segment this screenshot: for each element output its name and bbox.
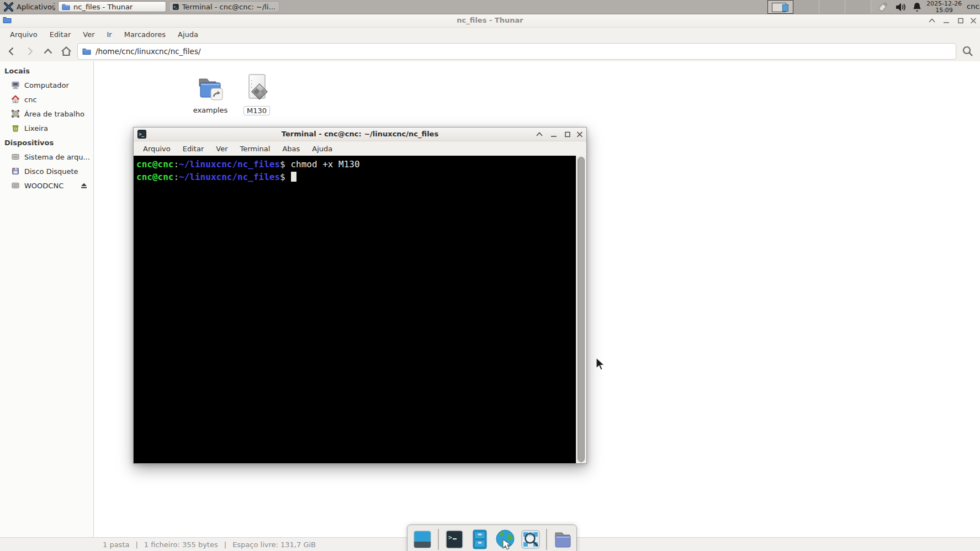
dock: > [407,524,577,551]
menu-abas[interactable]: Abas [276,143,306,155]
menu-ir[interactable]: Ir [101,29,118,40]
thunar-sidebar: Locais Computador [0,61,94,538]
menu-ajuda[interactable]: Ajuda [172,29,204,40]
folder-shortcut-icon [195,72,226,103]
browser-icon[interactable] [494,528,516,550]
sidebar-label: Área de trabalho [24,110,84,118]
thunar-window-title: nc_files - Thunar [0,16,980,24]
prompt-path: ~/linuxcnc/nc_files [179,172,280,182]
file-examples[interactable]: examples [190,72,231,114]
menu-editar[interactable]: Editar [177,143,210,155]
prompt-user: cnc@cnc [136,159,173,169]
sidebar-item-cnc-home[interactable]: cnc [0,92,93,107]
terminal-icon[interactable]: > [443,528,465,550]
home-button[interactable] [59,44,73,59]
desktop-screen: Aplicativos nc_files - Thunar >_ Termina… [0,0,980,551]
status-free-space: Espaço livre: 131,7 GiB [232,541,316,549]
panel-grip-handle[interactable] [53,3,55,11]
search-icon [961,45,974,58]
sidebar-item-disco-disquete[interactable]: Disco Disquete [0,164,93,178]
sidebar-label: Computador [24,81,69,89]
maximize-button[interactable] [957,17,965,24]
terminal-titlebar[interactable]: >_ Terminal - cnc@cnc: ~/linuxcnc/nc_fil… [134,128,586,141]
taskbar-button-thunar[interactable]: nc_files - Thunar [58,1,166,12]
volume-icon[interactable] [894,1,907,13]
workspace-1[interactable] [767,0,793,14]
forward-icon [24,46,35,57]
harddrive-icon [11,152,20,161]
taskbar-label: nc_files - Thunar [73,3,133,11]
back-icon [6,46,17,57]
workspace-4[interactable] [845,0,871,14]
workspace-3[interactable] [819,0,845,14]
trash-icon [11,124,20,133]
terminal-scrollbar[interactable] [576,156,586,463]
menu-ver[interactable]: Ver [210,143,234,155]
menu-arquivo[interactable]: Arquivo [4,29,44,40]
workspace-pager [767,0,871,14]
menu-editar[interactable]: Editar [44,29,77,40]
sidebar-label: Sistema de arqu... [24,153,90,161]
status-files: 1 ficheiro: 355 bytes [144,541,218,549]
shade-button[interactable] [536,131,543,138]
folder-icon [62,3,70,10]
removable-media-icon[interactable] [877,1,889,13]
appfinder-icon[interactable] [520,528,542,550]
scrollbar-thumb[interactable] [578,157,585,462]
sidebar-item-woodcnc[interactable]: WOODCNC [0,178,93,193]
menu-arquivo[interactable]: Arquivo [137,143,177,155]
xfce-logo-icon [4,2,13,12]
terminal-line: cnc@cnc:~/linuxcnc/nc_files$ [136,171,576,183]
folder-icon[interactable] [552,528,574,550]
sidebar-item-sistema-de-arquivos[interactable]: Sistema de arqu... [0,150,93,164]
prompt-colon: : [173,172,179,182]
clock-time: 15:09 [923,7,965,14]
sidebar-item-computador[interactable]: Computador [0,78,93,92]
user-menu[interactable]: cnc [967,2,979,10]
computer-icon [11,81,20,89]
file-label: M130 [243,106,270,115]
back-button[interactable] [4,44,19,59]
thunar-titlebar[interactable]: nc_files - Thunar [0,14,980,28]
search-button[interactable] [960,44,976,59]
taskbar-button-terminal[interactable]: >_ Terminal - cnc@cnc: ~/li... [169,1,279,12]
shade-button[interactable] [928,17,936,24]
workspace-terminal-thumb [782,4,788,12]
menu-ver[interactable]: Ver [77,29,100,40]
desktop-icon [11,109,20,118]
filecabinet-icon[interactable] [469,528,491,550]
path-bar[interactable]: /home/cnc/linuxcnc/nc_files/ [77,43,956,60]
menu-ajuda[interactable]: Ajuda [306,143,338,155]
terminal-line: cnc@cnc:~/linuxcnc/nc_files$ chmod +x M1… [136,158,576,171]
sidebar-item-lixeira[interactable]: Lixeira [0,121,93,135]
dock-separator [546,529,547,550]
status-separator: | [135,541,137,549]
clock-date: 2025-12-26 [923,1,965,7]
close-button[interactable] [970,17,977,24]
applications-menu[interactable]: Aplicativos [1,0,59,14]
file-m130[interactable]: M130 [236,72,277,115]
clock[interactable]: 2025-12-26 15:09 [923,1,965,13]
desktop-preview-icon[interactable] [411,528,433,550]
terminal-icon: >_ [173,3,179,11]
status-folders: 1 pasta [103,541,129,549]
eject-icon[interactable] [80,181,88,190]
prompt-dollar: $ [280,172,285,182]
maximize-button[interactable] [564,131,571,138]
sidebar-item-area-de-trabalho[interactable]: Área de trabalho [0,107,93,121]
home-icon [11,95,20,104]
path-text: /home/cnc/linuxcnc/nc_files/ [96,47,201,56]
prompt-colon: : [173,159,179,169]
close-button[interactable] [576,131,584,138]
notifications-icon[interactable] [911,1,923,13]
forward-button[interactable] [23,44,37,59]
terminal-window-title: Terminal - cnc@cnc: ~/linuxcnc/nc_files [134,130,586,138]
workspace-2[interactable] [793,0,819,14]
menu-terminal[interactable]: Terminal [234,143,277,155]
prompt-user: cnc@cnc [136,172,173,182]
minimize-button[interactable] [550,131,558,138]
up-button[interactable] [41,44,55,59]
terminal-output[interactable]: cnc@cnc:~/linuxcnc/nc_files$ chmod +x M1… [134,156,576,463]
minimize-button[interactable] [942,17,950,24]
menu-marcadores[interactable]: Marcadores [118,29,172,40]
